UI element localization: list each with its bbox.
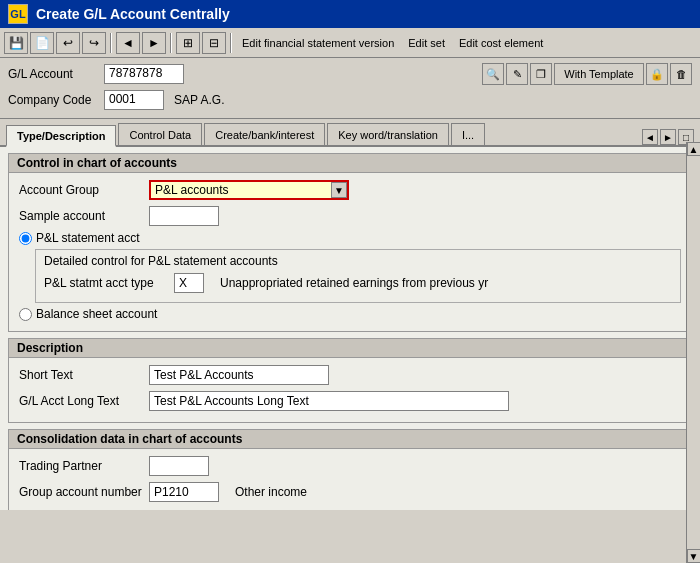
- trading-partner-input[interactable]: [149, 456, 209, 476]
- group-account-number-input[interactable]: [149, 482, 219, 502]
- toolbar-btn-3[interactable]: ⊞: [176, 32, 200, 54]
- toolbar: 💾 📄 ↩ ↪ ◄ ► ⊞ ⊟ Edit financial statement…: [0, 28, 700, 58]
- tab-control-data[interactable]: Control Data: [118, 123, 202, 145]
- trading-partner-row: Trading Partner: [19, 455, 681, 477]
- toolbar-btn-2[interactable]: 📄: [30, 32, 54, 54]
- sample-account-row: Sample account: [19, 205, 681, 227]
- section-consolidation-header: Consolidation data in chart of accounts: [9, 430, 691, 449]
- short-text-label: Short Text: [19, 368, 149, 382]
- main-content: Control in chart of accounts Account Gro…: [0, 147, 700, 510]
- long-text-row: G/L Acct Long Text: [19, 390, 681, 412]
- trading-partner-label: Trading Partner: [19, 459, 149, 473]
- pl-statement-label: P&L statement acct: [36, 231, 140, 245]
- detailed-control-subsection: Detailed control for P&L statement accou…: [35, 249, 681, 303]
- search-btn[interactable]: 🔍: [482, 63, 504, 85]
- toolbar-back-btn[interactable]: ◄: [116, 32, 140, 54]
- group-account-number-row: Group account number Other income: [19, 481, 681, 503]
- section-chart-of-accounts: Control in chart of accounts Account Gro…: [8, 153, 692, 332]
- pl-statmt-acct-type-description: Unappropriated retained earnings from pr…: [220, 276, 488, 290]
- pl-statmt-acct-type-input[interactable]: [174, 273, 204, 293]
- section-consolidation-body: Trading Partner Group account number Oth…: [9, 449, 691, 510]
- toolbar-separator-3: [230, 33, 232, 53]
- balance-sheet-label: Balance sheet account: [36, 307, 157, 321]
- section-description-body: Short Text G/L Acct Long Text: [9, 358, 691, 422]
- gl-account-value[interactable]: 78787878: [104, 64, 184, 84]
- gl-account-label: G/L Account: [8, 67, 98, 81]
- tab-create-bank-interest[interactable]: Create/bank/interest: [204, 123, 325, 145]
- long-text-input[interactable]: [149, 391, 509, 411]
- delete-btn[interactable]: 🗑: [670, 63, 692, 85]
- tab-scroll-left-btn[interactable]: ◄: [642, 129, 658, 145]
- scroll-down-btn[interactable]: ▼: [687, 549, 701, 563]
- section-chart-body: Account Group P&L accounts Balance Sheet…: [9, 173, 691, 331]
- pl-statement-radio-row: P&L statement acct: [19, 231, 681, 245]
- balance-sheet-radio[interactable]: [19, 308, 32, 321]
- copy-btn[interactable]: ❐: [530, 63, 552, 85]
- page-title: Create G/L Account Centrally: [36, 6, 230, 22]
- company-name: SAP A.G.: [174, 93, 224, 107]
- edit-btn[interactable]: ✎: [506, 63, 528, 85]
- scroll-up-btn[interactable]: ▲: [687, 142, 701, 156]
- section-description-header: Description: [9, 339, 691, 358]
- tabs-bar: Type/Description Control Data Create/ban…: [0, 119, 700, 147]
- long-text-label: G/L Acct Long Text: [19, 394, 149, 408]
- sample-account-label: Sample account: [19, 209, 149, 223]
- toolbar-separator-1: [110, 33, 112, 53]
- pl-statmt-acct-type-row: P&L statmt acct type Unappropriated reta…: [44, 272, 672, 294]
- account-group-row: Account Group P&L accounts Balance Sheet…: [19, 179, 681, 201]
- toolbar-forward-btn[interactable]: ►: [142, 32, 166, 54]
- tab-scroll-right-btn[interactable]: ►: [660, 129, 676, 145]
- balance-sheet-radio-row: Balance sheet account: [19, 307, 681, 321]
- sample-account-input[interactable]: [149, 206, 219, 226]
- company-code-label: Company Code: [8, 93, 98, 107]
- edit-financial-stmt-link[interactable]: Edit financial statement version: [236, 37, 400, 49]
- pl-statmt-acct-type-label: P&L statmt acct type: [44, 276, 174, 290]
- detailed-control-title: Detailed control for P&L statement accou…: [44, 254, 672, 268]
- account-group-label: Account Group: [19, 183, 149, 197]
- toolbar-undo-btn[interactable]: ↩: [56, 32, 80, 54]
- toolbar-btn-4[interactable]: ⊟: [202, 32, 226, 54]
- short-text-input[interactable]: [149, 365, 329, 385]
- with-template-btn[interactable]: With Template: [554, 63, 644, 85]
- toolbar-separator-2: [170, 33, 172, 53]
- right-scrollbar[interactable]: ▲ ▼: [686, 142, 700, 563]
- toolbar-save-btn[interactable]: 💾: [4, 32, 28, 54]
- account-group-select[interactable]: P&L accounts Balance Sheet: [149, 180, 349, 200]
- edit-set-link[interactable]: Edit set: [402, 37, 451, 49]
- app-icon: GL: [8, 4, 28, 24]
- section-chart-header: Control in chart of accounts: [9, 154, 691, 173]
- section-consolidation: Consolidation data in chart of accounts …: [8, 429, 692, 510]
- title-bar: GL Create G/L Account Centrally: [0, 0, 700, 28]
- section-description: Description Short Text G/L Acct Long Tex…: [8, 338, 692, 423]
- company-code-value[interactable]: 0001: [104, 90, 164, 110]
- group-account-number-label: Group account number: [19, 485, 149, 499]
- account-group-dropdown-wrapper: P&L accounts Balance Sheet ▼: [149, 180, 349, 200]
- scroll-track: [687, 156, 701, 549]
- tab-keyword-translation[interactable]: Key word/translation: [327, 123, 449, 145]
- gl-account-row: G/L Account 78787878 🔍 ✎ ❐ With Template…: [8, 62, 692, 86]
- tab-type-description[interactable]: Type/Description: [6, 125, 116, 147]
- pl-statement-radio[interactable]: [19, 232, 32, 245]
- group-account-number-description: Other income: [235, 485, 307, 499]
- short-text-row: Short Text: [19, 364, 681, 386]
- tab-i[interactable]: I...: [451, 123, 485, 145]
- company-code-row: Company Code 0001 SAP A.G.: [8, 88, 692, 112]
- header-btn-strip: 🔍 ✎ ❐ With Template 🔒 🗑: [482, 63, 692, 85]
- lock-btn[interactable]: 🔒: [646, 63, 668, 85]
- toolbar-redo-btn[interactable]: ↪: [82, 32, 106, 54]
- header-area: G/L Account 78787878 🔍 ✎ ❐ With Template…: [0, 58, 700, 119]
- edit-cost-element-link[interactable]: Edit cost element: [453, 37, 549, 49]
